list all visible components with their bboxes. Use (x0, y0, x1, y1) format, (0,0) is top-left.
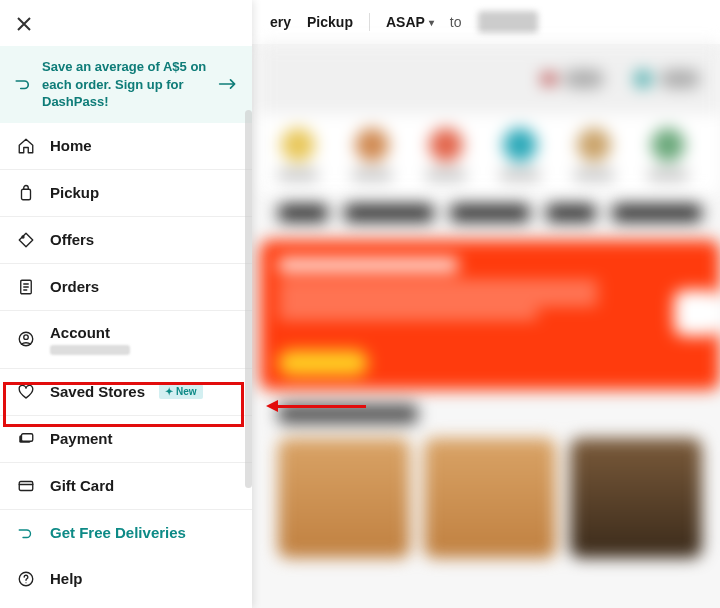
dashpass-text: Save an average of A$5 on each order. Si… (42, 58, 208, 111)
receipt-icon (16, 277, 36, 297)
sidebar-item-label: Help (50, 570, 83, 587)
sidebar-item-payment[interactable]: Payment (0, 416, 252, 463)
badge-text: New (176, 386, 197, 397)
sidebar-item-label: Offers (50, 231, 94, 248)
tag-icon (16, 230, 36, 250)
sidebar-item-label: Saved Stores (50, 383, 145, 400)
annotation-arrow (266, 400, 366, 412)
sidebar-item-get-free-deliveries[interactable]: Get Free Deliveries (0, 510, 252, 556)
dashpass-icon (14, 75, 32, 93)
delivery-tab[interactable]: ery (270, 14, 291, 30)
to-label: to (450, 14, 462, 30)
svg-point-9 (25, 582, 26, 583)
bag-icon (16, 183, 36, 203)
sidebar-item-orders[interactable]: Orders (0, 264, 252, 311)
card-icon (16, 476, 36, 496)
sidebar-item-label: Get Free Deliveries (50, 524, 186, 541)
new-badge: ✦ New (159, 384, 203, 399)
main-content-blurred (260, 44, 720, 608)
sidebar-item-label: Gift Card (50, 477, 114, 494)
sidebar-item-label: Orders (50, 278, 99, 295)
svg-point-4 (24, 335, 29, 340)
asap-selector[interactable]: ASAP ▾ (386, 14, 434, 30)
sidebar-item-label: Account (50, 324, 130, 341)
sidebar-item-saved-stores[interactable]: Saved Stores ✦ New (0, 369, 252, 416)
sidebar-item-label: Payment (50, 430, 113, 447)
dashpass-icon (16, 523, 36, 543)
payment-icon (16, 429, 36, 449)
svg-rect-6 (22, 433, 33, 441)
topbar-divider (369, 13, 370, 31)
sidebar-item-home[interactable]: Home (0, 123, 252, 170)
sidebar-item-label: Home (50, 137, 92, 154)
sidebar-item-label: Pickup (50, 184, 99, 201)
sidebar-item-gift-card[interactable]: Gift Card (0, 463, 252, 510)
sidebar-item-help[interactable]: Help (0, 556, 252, 602)
sidebar-menu: Home Pickup Offers Orders Account Saved … (0, 123, 252, 608)
sidebar-item-account[interactable]: Account (0, 311, 252, 369)
sidebar-item-pickup[interactable]: Pickup (0, 170, 252, 217)
arrow-right-icon (218, 77, 238, 91)
pickup-tab[interactable]: Pickup (307, 14, 353, 30)
heart-icon (16, 382, 36, 402)
svg-rect-0 (22, 189, 31, 200)
close-icon[interactable] (16, 16, 32, 32)
account-icon (16, 329, 36, 349)
scrollbar[interactable] (245, 110, 252, 488)
address-field[interactable] (478, 11, 538, 33)
sidebar-item-offers[interactable]: Offers (0, 217, 252, 264)
bolt-icon: ✦ (165, 386, 173, 397)
sidebar: Save an average of A$5 on each order. Si… (0, 0, 252, 608)
help-icon (16, 569, 36, 589)
dashpass-banner[interactable]: Save an average of A$5 on each order. Si… (0, 46, 252, 123)
chevron-down-icon: ▾ (429, 17, 434, 28)
asap-label: ASAP (386, 14, 425, 30)
account-subtext (50, 345, 130, 355)
sidebar-item-sign-out[interactable]: Sign Out (0, 602, 252, 608)
svg-rect-7 (19, 481, 33, 490)
home-icon (16, 136, 36, 156)
